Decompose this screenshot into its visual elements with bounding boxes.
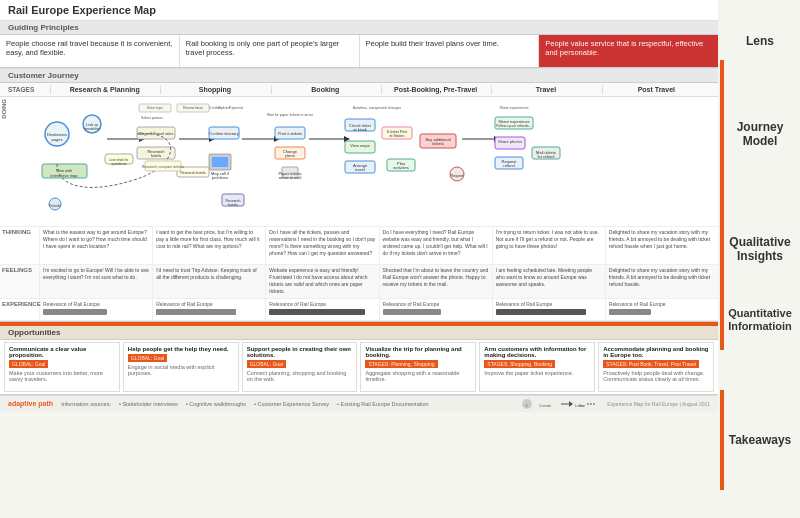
svg-text:Research hotels: Research hotels — [180, 171, 206, 175]
svg-text:Friends: Friends — [49, 204, 61, 208]
svg-text:pages: pages — [52, 137, 63, 142]
svg-rect-20 — [212, 157, 228, 167]
qualitative-insights-label: Qualitative Insights — [729, 235, 790, 264]
thinking-cells: What is the easiest way to get around Eu… — [40, 227, 718, 264]
journey-model-label: Journey Model — [737, 120, 784, 149]
feelings-section: FEELINGS I'm excited to go to Europe! Wi… — [0, 265, 718, 299]
principle-card-4-highlighted: People value service that is respectful,… — [539, 35, 718, 67]
svg-text:Follow-up on refunds...: Follow-up on refunds... — [496, 124, 532, 128]
customer-journey-section: Customer Journey STAGES Research & Plann… — [0, 68, 718, 322]
opp-card-3: Support people in creating their own sol… — [242, 342, 358, 392]
svg-text:arrive in mail: arrive in mail — [279, 175, 302, 180]
thinking-section: THINKING What is the easiest way to get … — [0, 227, 718, 265]
opp-card-4: Visualize the trip for planning and book… — [360, 342, 476, 392]
svg-text:Share experiences: Share experiences — [499, 106, 528, 110]
svg-text:View maps: View maps — [350, 143, 370, 148]
svg-text:questions: questions — [112, 162, 127, 166]
svg-text:problems: problems — [212, 175, 228, 180]
stages-label: STAGES — [8, 86, 48, 93]
feelings-cell-6: Delighted to share my vacation story wit… — [606, 265, 718, 298]
right-sidebar: Lens Journey Model Qualitative Insights … — [720, 0, 800, 518]
principle-card-1: People choose rail travel because it is … — [0, 35, 180, 67]
sidebar-lens-section: Lens — [720, 22, 800, 60]
title-bar: Rail Europe Experience Map — [0, 0, 718, 21]
sidebar-journey-section: Journey Model — [720, 60, 800, 208]
opp-tag-5: STAGES: Shopping, Booking — [484, 360, 555, 368]
feelings-cell-3: Website experience is easy and friendly!… — [266, 265, 379, 298]
svg-text:Payment: Payment — [229, 106, 243, 110]
opp-tag-4: STAGES: Planning, Shopping — [365, 360, 437, 368]
stages-row: STAGES Research & Planning Shopping Book… — [0, 83, 718, 97]
thinking-cell-4: Do I have everything I need? Rail Europe… — [380, 227, 493, 264]
svg-text:hotels: hotels — [151, 153, 162, 158]
stage-post-travel: Post Travel — [602, 85, 710, 94]
feelings-cell-1: I'm excited to go to Europe! Will I be a… — [40, 265, 153, 298]
svg-text:plans: plans — [285, 153, 295, 158]
info-sources-label: Information sources: — [61, 401, 111, 407]
svg-text:Confirm itinerary: Confirm itinerary — [209, 131, 238, 136]
exp-cell-6: Relevance of Rail Europe — [606, 299, 718, 320]
exp-cell-5: Relevance of Rail Europe — [493, 299, 606, 320]
feelings-cell-4: Shocked that I'm about to leave the coun… — [380, 265, 493, 298]
sidebar-quantitative-section: Quantitative Informatioin — [720, 290, 800, 350]
footer-icons: C Create Learn See — [519, 398, 599, 410]
journey-flow-svg: Destination pages Look up timetables Pla… — [26, 99, 718, 224]
experience-row: EXPERIENCE Relevance of Rail Europe Rele… — [0, 299, 718, 321]
thinking-cell-6: Delighted to share my vacation story wit… — [606, 227, 718, 264]
opportunities-header: Opportunities — [0, 326, 718, 340]
svg-text:at kiosk: at kiosk — [353, 127, 367, 132]
thinking-cell-3: Do I have all the tickets, passes and re… — [266, 227, 379, 264]
svg-text:interactive map: interactive map — [50, 173, 78, 178]
feelings-cell-5: I am feeling scheduled late. Meeting peo… — [493, 265, 606, 298]
guiding-principles-header: Guiding Principles — [0, 21, 718, 35]
feelings-cell-2: I'd need to trust Trip Advisor. Keeping … — [153, 265, 266, 298]
feelings-label: FEELINGS — [0, 265, 40, 298]
opp-tag-2: GLOBAL: Goal — [128, 354, 167, 362]
opp-card-5: Arm customers with information for makin… — [479, 342, 595, 392]
customer-journey-header: Customer Journey — [0, 69, 718, 83]
svg-text:hotels: hotels — [228, 203, 238, 207]
svg-text:Enter trips: Enter trips — [147, 106, 163, 110]
doing-label: DOING — [1, 99, 7, 119]
footer-source-1: • Stakeholder interviews — [119, 401, 178, 407]
thinking-label: THINKING — [0, 227, 40, 264]
sidebar-takeaways-section: Takeaways — [720, 390, 800, 490]
svg-text:Print e-tickets: Print e-tickets — [278, 131, 302, 136]
orange-accent-takeaways — [720, 390, 724, 490]
principle-card-2: Rail booking is only one part of people'… — [180, 35, 360, 67]
opportunities-grid: Communicate a clear value proposition. G… — [0, 340, 718, 394]
opp-tag-6: STAGES: Post Book, Travel, Post Travel — [603, 360, 699, 368]
stage-research: Research & Planning — [50, 85, 158, 94]
svg-marker-85 — [569, 401, 573, 407]
feelings-cells: I'm excited to go to Europe! Will I be a… — [40, 265, 718, 298]
stage-post-booking: Post-Booking, Pre-Travel — [381, 85, 489, 94]
thinking-cell-5: I'm trying to return ticket. I was not a… — [493, 227, 606, 264]
footer-source-2: • Cognitive walkthroughs — [186, 401, 246, 407]
sidebar-qualitative-section: Qualitative Insights — [720, 208, 800, 290]
exp-cell-3: Relevance of Rail Europe — [266, 299, 379, 320]
experience-label: EXPERIENCE — [0, 299, 40, 320]
svg-text:refund: refund — [503, 163, 514, 168]
thinking-cell-2: I want to get the best price, but I'm wi… — [153, 227, 266, 264]
stage-travel: Travel — [491, 85, 599, 94]
svg-text:travel: travel — [355, 167, 365, 172]
orange-accent-qualitative — [720, 208, 724, 290]
exp-cell-1: Relevance of Rail Europe — [40, 299, 153, 320]
adaptive-path-logo: adaptive path — [8, 400, 53, 407]
footer-source-3: • Customer Experience Survey — [254, 401, 329, 407]
opp-tag-1: GLOBAL: Goal — [9, 360, 48, 368]
footer: adaptive path Information sources: • Sta… — [0, 395, 718, 412]
journey-visual-area: DOING Destination pages Look up timetabl… — [0, 97, 718, 227]
svg-text:Request: Request — [450, 174, 463, 178]
principles-grid: People choose rail travel because it is … — [0, 35, 718, 67]
svg-text:C: C — [526, 403, 529, 408]
stage-shopping: Shopping — [160, 85, 268, 94]
guiding-principles-section: Guiding Principles People choose rail tr… — [0, 21, 718, 68]
opp-card-2: Help people get the help they need. GLOB… — [123, 342, 239, 392]
page-title: Rail Europe Experience Map — [8, 4, 710, 16]
thinking-cell-1: What is the easiest way to get around Eu… — [40, 227, 153, 264]
opp-tag-3: GLOBAL: Goal — [247, 360, 286, 368]
takeaways-label: Takeaways — [729, 433, 792, 447]
svg-text:for refund: for refund — [537, 154, 554, 159]
orange-accent-journey — [720, 60, 724, 208]
